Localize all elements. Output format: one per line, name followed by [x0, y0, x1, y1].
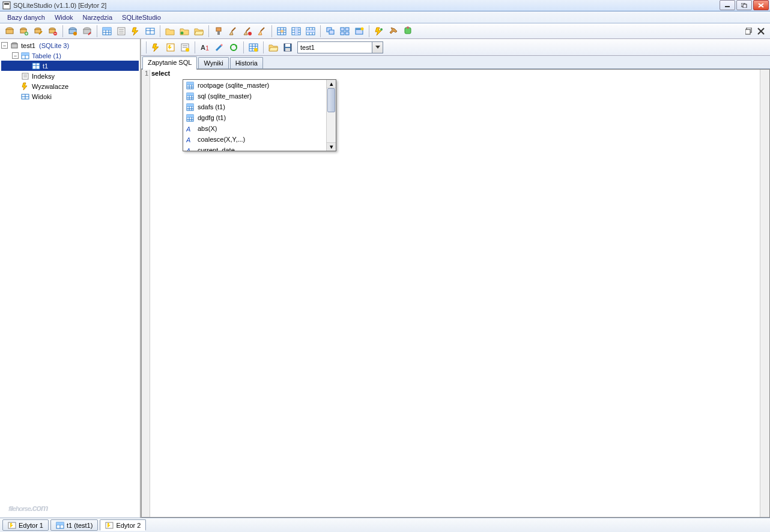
new-window-icon[interactable]: [353, 25, 366, 38]
grid-icon[interactable]: [247, 41, 260, 54]
sql-code-area[interactable]: 1 select rootpage (sqlite_master)sql (sq…: [141, 69, 770, 518]
autocomplete-item[interactable]: rootpage (sqlite_master): [183, 80, 326, 91]
execute-icon[interactable]: [150, 41, 163, 54]
folder-open-icon[interactable]: [192, 25, 205, 38]
table-sel-icon[interactable]: [275, 25, 288, 38]
format-text-icon[interactable]: A1: [198, 41, 211, 54]
tree-table-t1[interactable]: t1: [1, 61, 139, 71]
maximize-button[interactable]: [736, 0, 752, 10]
folder-icon[interactable]: [163, 25, 177, 38]
window-tab-editor1[interactable]: Edytor 1: [2, 519, 49, 531]
database-icon: [10, 41, 19, 50]
cascade-icon[interactable]: [324, 25, 337, 38]
table-icon[interactable]: [100, 25, 114, 38]
database-selector[interactable]: [297, 41, 383, 53]
svg-text:A: A: [201, 44, 205, 51]
menu-sqlitestudio[interactable]: SQLiteStudio: [117, 13, 166, 22]
collapse-icon[interactable]: −: [12, 52, 19, 59]
tab-results[interactable]: Wyniki: [198, 57, 228, 68]
tile-icon[interactable]: [338, 25, 351, 38]
editor-tab-bar: Zapytanie SQL Wyniki Historia: [141, 56, 770, 69]
history-icon[interactable]: [178, 41, 192, 54]
open-folder-icon[interactable]: [267, 41, 280, 54]
run-icon[interactable]: [372, 25, 386, 38]
autocomplete-item[interactable]: sql (sqlite_master): [183, 91, 326, 101]
menu-view[interactable]: Widok: [50, 13, 78, 22]
svg-text:A: A: [186, 136, 190, 144]
autocomplete-item[interactable]: Aabs(X): [183, 123, 326, 134]
table-col-icon[interactable]: [290, 25, 303, 38]
folder-add-icon[interactable]: [178, 25, 191, 38]
menu-databases[interactable]: Bazy danych: [2, 13, 50, 22]
svg-rect-136: [187, 115, 193, 117]
tab-history[interactable]: Historia: [230, 57, 263, 68]
svg-rect-42: [217, 31, 220, 35]
tree-db-label: test1: [21, 42, 35, 49]
view-icon[interactable]: [144, 25, 157, 38]
editor-scrollbar[interactable]: [760, 70, 769, 517]
scroll-thumb[interactable]: [327, 88, 335, 112]
db-plug-icon[interactable]: [66, 25, 79, 38]
mdi-restore-icon[interactable]: [745, 27, 753, 35]
scroll-down-icon[interactable]: ▾: [327, 142, 336, 151]
save-icon[interactable]: [281, 41, 294, 54]
mdi-close-icon[interactable]: [757, 27, 765, 35]
svg-rect-8: [6, 29, 13, 34]
tools-icon[interactable]: [387, 25, 400, 38]
svg-rect-77: [745, 29, 750, 34]
tree-triggers[interactable]: Wyzwalacze: [1, 81, 139, 91]
db-add-icon[interactable]: [17, 25, 31, 38]
editor-icon: [8, 521, 16, 530]
broom-red-icon[interactable]: [241, 25, 254, 38]
svg-rect-112: [285, 48, 290, 51]
refresh-icon[interactable]: [227, 41, 240, 54]
brush-icon[interactable]: [212, 25, 225, 38]
db-remove-icon[interactable]: [46, 25, 59, 38]
autocomplete-scrollbar[interactable]: ▴ ▾: [326, 80, 336, 151]
puzzle-icon[interactable]: [401, 25, 414, 38]
tree-tables[interactable]: − Tabele (1): [1, 50, 139, 61]
menu-bar: Bazy danych Widok Narzędzia SQLiteStudio: [0, 11, 770, 23]
window-tab-t1[interactable]: t1 (test1): [50, 519, 98, 531]
broom-icon[interactable]: [226, 25, 240, 38]
dropdown-icon[interactable]: [372, 41, 383, 53]
main-toolbar: [0, 23, 770, 39]
tree-views[interactable]: Widoki: [1, 91, 139, 101]
edit-icon[interactable]: [213, 41, 226, 54]
explain-icon[interactable]: [164, 41, 177, 54]
svg-point-109: [254, 48, 258, 52]
tree-db-test1[interactable]: − test1 (SQLite 3): [1, 40, 139, 50]
table-row-icon[interactable]: [304, 25, 317, 38]
svg-point-99: [186, 48, 189, 52]
svg-rect-118: [187, 82, 193, 85]
autocomplete-label: sdafs (t1): [198, 103, 225, 110]
app-icon: [2, 1, 11, 10]
autocomplete-item[interactable]: Acurrent_date: [183, 145, 326, 151]
autocomplete-label: sql (sqlite_master): [198, 92, 252, 100]
tree-indexes[interactable]: Indeksy: [1, 71, 139, 81]
db-connect-icon[interactable]: [3, 25, 16, 38]
window-tab-label: t1 (test1): [67, 522, 92, 529]
autocomplete-item[interactable]: dgdfg (t1): [183, 112, 326, 123]
tab-query-sql[interactable]: Zapytanie SQL: [142, 56, 197, 70]
db-edit-icon[interactable]: [32, 25, 45, 38]
svg-rect-70: [345, 32, 349, 35]
database-select-input[interactable]: [297, 41, 372, 53]
minimize-button[interactable]: [720, 0, 735, 10]
db-unplug-icon[interactable]: [80, 25, 94, 38]
collapse-icon[interactable]: −: [1, 42, 8, 49]
tree-indexes-label: Indeksy: [32, 73, 55, 80]
window-tab-editor2[interactable]: Edytor 2: [100, 519, 146, 531]
table-icon: [56, 521, 64, 530]
column-icon: [186, 92, 194, 100]
broom-orange-icon[interactable]: [255, 25, 268, 38]
index-icon[interactable]: [115, 25, 128, 38]
scroll-up-icon[interactable]: ▴: [327, 80, 336, 88]
svg-rect-4: [743, 4, 747, 8]
trigger-icon[interactable]: [129, 25, 142, 38]
menu-tools[interactable]: Narzędzia: [78, 13, 118, 22]
svg-point-23: [73, 32, 77, 35]
close-button[interactable]: [753, 0, 769, 10]
autocomplete-item[interactable]: sdafs (t1): [183, 101, 326, 112]
autocomplete-item[interactable]: Acoalesce(X,Y,...): [183, 134, 326, 145]
